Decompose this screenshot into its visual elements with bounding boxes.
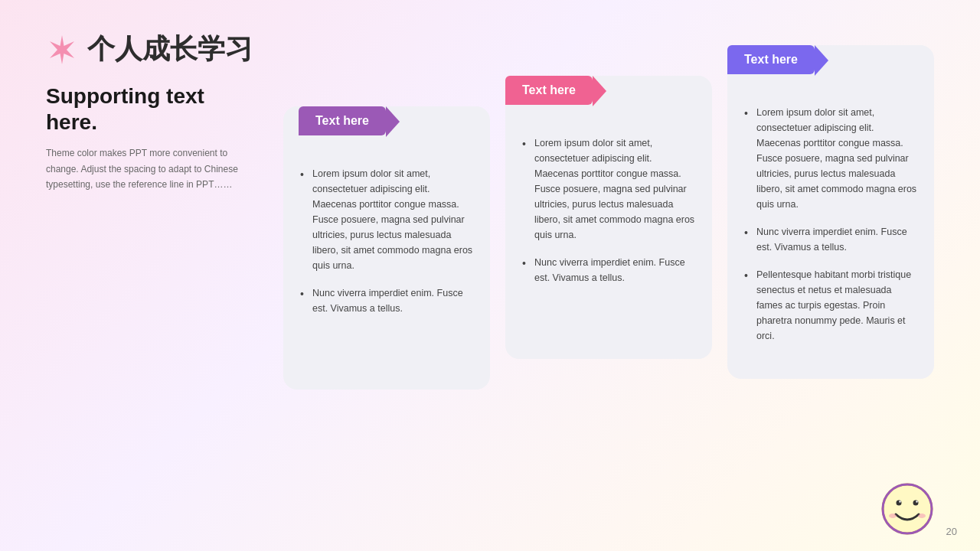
card-3-item-1: Lorem ipsum dolor sit amet, consectetuer…	[744, 105, 917, 212]
star-icon	[46, 34, 78, 66]
card-3-tag: Text here	[727, 45, 815, 74]
card-3-item-3: Pellentesque habitant morbi tristique se…	[744, 267, 917, 344]
card-3: Text here Lorem ipsum dolor sit amet, co…	[727, 45, 934, 379]
page-number: 20	[946, 526, 957, 537]
intro-section: Supporting text here. Theme color makes …	[46, 83, 260, 390]
svg-point-2	[913, 500, 919, 506]
svg-point-4	[916, 500, 917, 502]
cards-area: Text here Lorem ipsum dolor sit amet, co…	[283, 76, 934, 390]
page-title: 个人成长学习	[87, 31, 253, 68]
card-1-item-2: Nunc viverra imperdiet enim. Fusce est. …	[300, 285, 473, 316]
card-1-body: Lorem ipsum dolor sit amet, consectetuer…	[283, 166, 490, 316]
card-2-item-2: Nunc viverra imperdiet enim. Fusce est. …	[522, 255, 695, 285]
card-2: Text here Lorem ipsum dolor sit amet, co…	[505, 76, 712, 359]
card-2-item-1: Lorem ipsum dolor sit amet, consectetuer…	[522, 135, 695, 243]
intro-description: Theme color makes PPT more convenient to…	[46, 145, 260, 192]
card-2-tag: Text here	[505, 76, 593, 105]
slide: 个人成长学习 Supporting text here. Theme color…	[0, 0, 980, 551]
main-content: Supporting text here. Theme color makes …	[46, 83, 934, 390]
card-3-item-2: Nunc viverra imperdiet enim. Fusce est. …	[744, 224, 917, 255]
svg-point-3	[899, 500, 900, 502]
smiley-icon	[880, 482, 934, 536]
card-1-tag: Text here	[299, 106, 386, 135]
card-1: Text here Lorem ipsum dolor sit amet, co…	[283, 106, 490, 390]
card-3-body: Lorem ipsum dolor sit amet, consectetuer…	[727, 105, 934, 344]
svg-point-6	[918, 514, 926, 518]
svg-point-5	[889, 514, 897, 518]
supporting-heading: Supporting text here.	[46, 83, 260, 135]
svg-point-1	[897, 500, 902, 506]
card-2-body: Lorem ipsum dolor sit amet, consectetuer…	[505, 135, 712, 285]
card-1-item-1: Lorem ipsum dolor sit amet, consectetuer…	[300, 166, 473, 273]
